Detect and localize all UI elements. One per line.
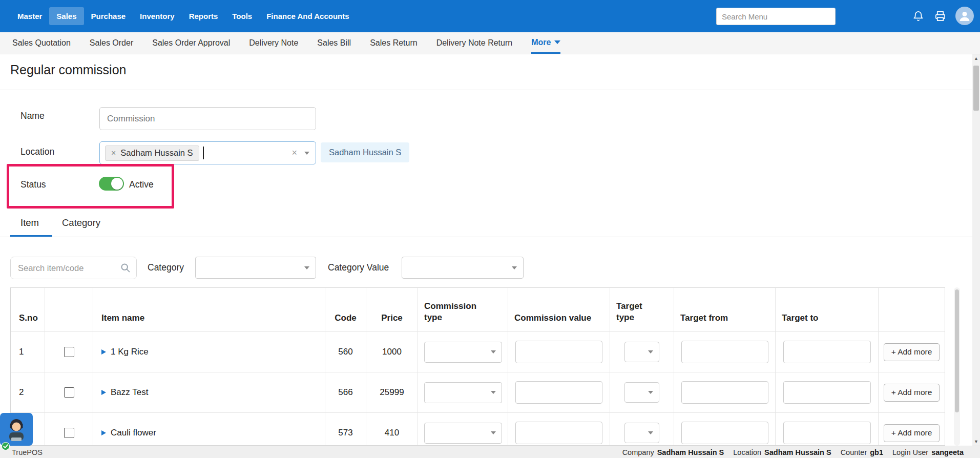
- page-scrollbar[interactable]: ▲ ▼: [972, 54, 980, 446]
- table-scrollbar[interactable]: [954, 287, 960, 446]
- chip-remove-icon[interactable]: ×: [111, 149, 116, 158]
- target-type-select[interactable]: [624, 423, 659, 443]
- top-navigation: Master Sales Purchase Inventory Reports …: [0, 0, 980, 32]
- tab-item[interactable]: Item: [20, 217, 39, 228]
- support-widget-logo[interactable]: [0, 413, 33, 446]
- category-value-select[interactable]: [402, 257, 524, 279]
- commission-value-input[interactable]: [515, 381, 602, 404]
- subnav-sales-order[interactable]: Sales Order: [90, 32, 133, 54]
- nav-item-sales[interactable]: Sales: [49, 7, 84, 25]
- table-scrollbar-thumb[interactable]: [955, 289, 959, 412]
- location-label: Location: [733, 448, 761, 456]
- bell-icon[interactable]: [912, 10, 924, 24]
- target-type-cell: [610, 332, 674, 372]
- name-label: Name: [20, 111, 45, 121]
- status-value: Active: [129, 179, 154, 190]
- dropdown-caret-icon: [491, 431, 496, 434]
- clear-selection-icon[interactable]: ×: [288, 148, 300, 158]
- add-more-button[interactable]: + Add more: [884, 343, 940, 361]
- row-price: 410: [366, 413, 418, 446]
- status-toggle[interactable]: [99, 177, 124, 191]
- location-label: Location: [20, 147, 54, 157]
- add-more-button[interactable]: + Add more: [884, 384, 940, 402]
- expand-triangle-icon[interactable]: [101, 430, 106, 435]
- header-actions: [879, 288, 945, 332]
- nav-item-reports[interactable]: Reports: [182, 7, 225, 25]
- row-checkbox-cell: [45, 332, 93, 372]
- chevron-down-icon: [554, 40, 560, 44]
- target-type-cell: [610, 413, 674, 446]
- subnav-sales-order-approval[interactable]: Sales Order Approval: [152, 32, 230, 54]
- counter-value: gb1: [870, 448, 883, 456]
- subnav-delivery-note-return[interactable]: Delivery Note Return: [436, 32, 513, 54]
- target-from-input[interactable]: [681, 422, 768, 444]
- scroll-down-icon[interactable]: ▼: [972, 438, 980, 446]
- row-checkbox[interactable]: [64, 387, 74, 398]
- row-item-name-cell: Bazz Test: [93, 372, 325, 413]
- search-menu-input[interactable]: [716, 8, 836, 25]
- search-item-input[interactable]: [10, 257, 137, 279]
- expand-triangle-icon[interactable]: [101, 390, 106, 395]
- add-more-button[interactable]: + Add more: [884, 424, 940, 442]
- search-icon[interactable]: [120, 262, 131, 275]
- header-target-to: Target to: [776, 288, 879, 332]
- subnav-more[interactable]: More: [531, 32, 560, 54]
- commission-value-cell: [508, 332, 610, 372]
- row-item-name-cell: 1 Kg Rice: [93, 332, 325, 372]
- row-checkbox[interactable]: [64, 347, 74, 357]
- target-type-select[interactable]: [624, 382, 659, 403]
- category-value-label: Category Value: [328, 262, 389, 273]
- user-avatar[interactable]: [955, 7, 974, 25]
- header-code: Code: [325, 288, 366, 332]
- commission-value-input[interactable]: [515, 422, 602, 444]
- commission-value-cell: [508, 413, 610, 446]
- commission-type-cell: [418, 332, 508, 372]
- expand-triangle-icon[interactable]: [101, 349, 106, 355]
- page-scrollbar-thumb[interactable]: [973, 66, 979, 111]
- header-sno: S.no: [11, 288, 45, 332]
- scroll-up-icon[interactable]: ▲: [972, 54, 980, 63]
- subnav-delivery-note[interactable]: Delivery Note: [249, 32, 298, 54]
- subnav-sales-quotation[interactable]: Sales Quotation: [12, 32, 71, 54]
- header-target-from: Target from: [674, 288, 776, 332]
- toggle-knob: [111, 178, 123, 190]
- header-checkbox: [45, 288, 93, 332]
- row-checkbox[interactable]: [64, 428, 74, 438]
- category-select[interactable]: [195, 257, 316, 279]
- commission-type-select[interactable]: [424, 342, 502, 363]
- target-from-cell: [674, 332, 776, 372]
- dropdown-caret-icon[interactable]: [304, 152, 309, 155]
- tab-category[interactable]: Category: [62, 217, 100, 228]
- target-type-select[interactable]: [624, 342, 659, 362]
- dropdown-caret-icon: [648, 391, 653, 394]
- target-to-input[interactable]: [783, 341, 871, 363]
- nav-item-tools[interactable]: Tools: [225, 7, 259, 25]
- truepos-check-icon: [1, 442, 10, 452]
- printer-icon[interactable]: [934, 10, 946, 24]
- commission-value-input[interactable]: [515, 341, 602, 363]
- nav-item-finance-and-accounts[interactable]: Finance And Accounts: [259, 7, 356, 25]
- header-target-type: Target type: [610, 288, 674, 332]
- name-input[interactable]: [99, 107, 316, 130]
- location-multiselect[interactable]: × Sadham Hussain S ×: [99, 141, 316, 164]
- commission-type-select[interactable]: [424, 423, 502, 444]
- commission-type-select[interactable]: [424, 382, 502, 403]
- dropdown-caret-icon: [491, 350, 496, 353]
- nav-item-inventory[interactable]: Inventory: [133, 7, 182, 25]
- nav-item-master[interactable]: Master: [10, 7, 49, 25]
- subnav-more-label: More: [531, 38, 551, 47]
- company-label: Company: [622, 448, 654, 456]
- dropdown-caret-icon: [512, 266, 517, 269]
- target-from-cell: [674, 413, 776, 446]
- subnav-sales-return[interactable]: Sales Return: [370, 32, 418, 54]
- company-value: Sadham Hussain S: [657, 448, 724, 456]
- subnav-sales-bill[interactable]: Sales Bill: [317, 32, 351, 54]
- target-to-input[interactable]: [783, 422, 871, 444]
- login-user-label: Login User: [892, 448, 928, 456]
- nav-item-purchase[interactable]: Purchase: [84, 7, 133, 25]
- target-from-input[interactable]: [681, 381, 768, 404]
- commission-type-cell: [418, 372, 508, 413]
- target-to-input[interactable]: [783, 381, 871, 404]
- header-price: Price: [366, 288, 418, 332]
- target-from-input[interactable]: [681, 341, 768, 363]
